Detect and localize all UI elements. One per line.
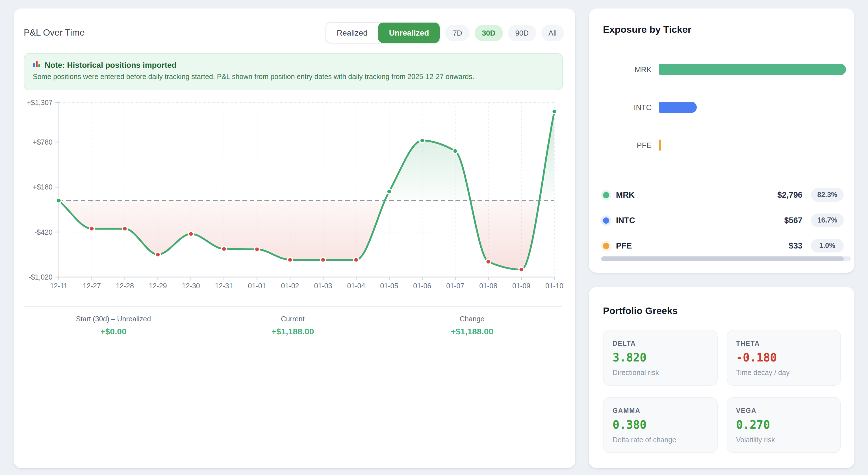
greek-card-delta: DELTA 3.820 Directional risk [603,330,717,386]
svg-text:-$1,020: -$1,020 [29,273,53,281]
greek-card-vega: VEGA 0.270 Volatility risk [726,397,841,453]
bar-label-pfe: PFE [603,141,659,149]
legend-symbol: PFE [616,241,789,250]
svg-text:01-05: 01-05 [380,282,398,290]
svg-text:12-11: 12-11 [50,282,67,290]
svg-text:01-09: 01-09 [512,282,530,290]
greek-card-theta: THETA -0.180 Time decay / day [726,330,841,386]
svg-text:12-30: 12-30 [182,282,200,290]
bar-track [659,139,846,151]
svg-text:01-02: 01-02 [281,282,299,290]
summary-change: Change +$1,188.00 [382,315,562,336]
legend-value: $567 [784,216,802,225]
legend-pct-badge: 82.3% [811,188,844,202]
greek-value: 0.380 [613,418,708,432]
greek-desc: Delta rate of change [613,436,708,444]
greek-label: DELTA [613,340,708,347]
exposure-by-ticker-card: Exposure by Ticker MRK INTC PFE MRK $2,7… [589,8,855,273]
legend-row-pfe: PFE $33 1.0% [603,238,844,254]
horizontal-scrollbar-thumb[interactable] [601,256,843,261]
bar-fill-pfe[interactable] [659,139,661,151]
greek-value: -0.180 [736,351,831,364]
svg-text:12-28: 12-28 [116,282,134,290]
summary-current-label: Current [203,315,382,323]
svg-text:12-31: 12-31 [215,282,233,290]
svg-text:+$180: +$180 [33,183,53,191]
greek-card-gamma: GAMMA 0.380 Delta rate of change [603,397,717,453]
summary-current-value: +$1,188.00 [203,326,382,336]
legend-row-mrk: MRK $2,796 82.3% [603,187,844,203]
exposure-bar-chart: MRK INTC PFE [603,64,846,177]
chart-axis-labels: +$1,307+$780+$180-$420-$1,02012-1112-271… [27,99,563,290]
greek-desc: Time decay / day [736,369,831,377]
exposure-legend: MRK $2,796 82.3% INTC $567 16.7% PFE $33… [603,187,844,263]
greek-desc: Directional risk [613,369,708,377]
legend-dot-intc [603,217,609,223]
greek-label: VEGA [736,407,831,414]
bar-track [659,64,846,75]
svg-text:01-06: 01-06 [413,282,431,290]
svg-text:01-08: 01-08 [479,282,497,290]
greeks-card-title: Portfolio Greeks [603,306,678,317]
bar-track [659,102,846,113]
portfolio-greeks-card: Portfolio Greeks DELTA 3.820 Directional… [589,287,855,468]
pnl-line-chart[interactable]: +$1,307+$780+$180-$420-$1,02012-1112-271… [13,8,575,296]
legend-symbol: MRK [616,190,777,199]
svg-text:12-29: 12-29 [149,282,167,290]
pnl-over-time-card: P&L Over Time Realized Unrealized 7D 30D… [13,8,575,468]
legend-value: $2,796 [777,190,802,199]
svg-text:+$1,307: +$1,307 [27,99,53,106]
legend-row-intc: INTC $567 16.7% [603,212,844,228]
summary-start-value: +$0.00 [24,326,203,336]
svg-text:+$780: +$780 [33,138,53,146]
summary-current: Current +$1,188.00 [203,315,382,336]
bar-label-mrk: MRK [603,65,659,74]
legend-symbol: INTC [616,216,784,225]
greek-label: GAMMA [613,407,708,414]
bar-row-intc: INTC [603,102,846,113]
bar-fill-mrk[interactable] [659,64,846,75]
summary-divider [24,306,562,307]
legend-pct-badge: 1.0% [811,239,844,252]
bar-row-pfe: PFE [603,139,846,151]
greeks-grid: DELTA 3.820 Directional risk THETA -0.18… [603,330,841,453]
bar-row-mrk: MRK [603,64,846,75]
bar-label-intc: INTC [603,103,659,112]
summary-change-label: Change [382,315,562,323]
horizontal-scrollbar-track[interactable] [601,256,851,261]
legend-pct-badge: 16.7% [811,214,844,227]
svg-text:01-04: 01-04 [347,282,365,290]
greek-value: 3.820 [613,351,708,364]
legend-dot-mrk [603,192,609,198]
greek-value: 0.270 [736,418,831,432]
svg-text:-$420: -$420 [34,228,53,236]
legend-value: $33 [789,241,802,250]
svg-text:01-07: 01-07 [446,282,464,290]
svg-text:01-03: 01-03 [314,282,332,290]
summary-start: Start (30d) – Unrealized +$0.00 [24,315,203,336]
legend-dot-pfe [603,243,609,249]
greek-desc: Volatility risk [736,436,831,444]
bar-fill-intc[interactable] [659,102,697,113]
summary-start-label: Start (30d) – Unrealized [24,315,203,323]
dashboard: P&L Over Time Realized Unrealized 7D 30D… [0,0,868,475]
svg-text:12-27: 12-27 [83,282,101,290]
summary-change-value: +$1,188.00 [382,326,562,336]
pnl-summary-row: Start (30d) – Unrealized +$0.00 Current … [24,315,562,336]
svg-text:01-01: 01-01 [248,282,266,290]
svg-text:01-10: 01-10 [545,282,563,290]
exposure-divider [603,173,840,173]
greek-label: THETA [736,340,831,347]
exposure-card-title: Exposure by Ticker [603,24,691,36]
